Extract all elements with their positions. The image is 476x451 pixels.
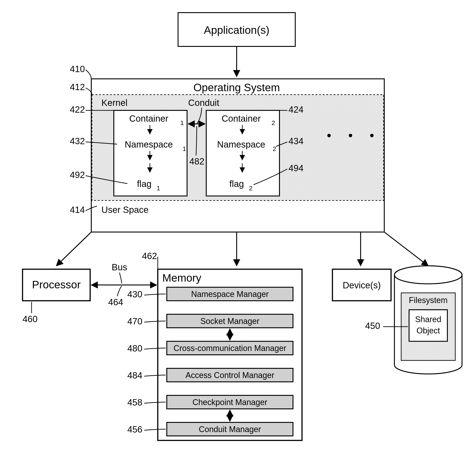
ref-494: 494: [288, 163, 304, 173]
container2-label: Container: [222, 113, 260, 124]
os-title: Operating System: [193, 81, 280, 94]
bus-label: Bus: [112, 262, 127, 272]
ref-460: 460: [23, 314, 38, 324]
ref-470: 470: [127, 316, 142, 326]
ref-410: 410: [70, 64, 85, 74]
namespace2-label: Namespace: [217, 139, 265, 149]
applications-label: Application(s): [204, 24, 270, 36]
ref-482: 482: [189, 156, 204, 166]
flag2-sub: 2: [249, 185, 253, 192]
container2-sub: 2: [272, 119, 275, 126]
ref-424: 424: [288, 105, 304, 114]
arrow-os-processor: [56, 232, 91, 266]
userspace-label: User Space: [102, 205, 149, 215]
processor-label: Processor: [32, 279, 81, 291]
mem-item-1: Socket Manager: [200, 317, 260, 326]
conduit-label: Conduit: [188, 98, 219, 108]
ellipsis-dots: • • •: [327, 128, 381, 142]
memory-title: Memory: [162, 272, 201, 284]
mem-item-5: Conduit Manager: [199, 425, 261, 434]
mem-item-3: Access Control Manager: [185, 370, 274, 380]
ref-462: 462: [142, 251, 157, 261]
ref-432: 432: [70, 136, 85, 146]
ref-458: 458: [127, 397, 142, 407]
container1-sub: 1: [180, 119, 184, 126]
ref-492: 492: [70, 170, 85, 180]
ref-484: 484: [127, 370, 142, 380]
ref-464: 464: [108, 297, 123, 307]
ref-422: 422: [70, 105, 85, 114]
mem-item-4: Checkpoint Manager: [192, 398, 267, 407]
svg-point-10: [394, 266, 462, 284]
ref-450: 450: [365, 321, 380, 331]
ref-434: 434: [288, 136, 304, 146]
namespace2-sub: 2: [273, 145, 276, 152]
ref-480: 480: [127, 343, 142, 353]
container1-label: Container: [129, 113, 168, 124]
namespace1-sub: 1: [183, 145, 186, 152]
kernel-label: Kernel: [102, 98, 127, 108]
mem-item-0: Namespace Manager: [191, 289, 269, 299]
mem-item-2: Cross-communication Manager: [174, 344, 286, 353]
filesystem-cylinder: Filesystem Shared Object: [394, 266, 462, 374]
flag2-label: flag: [229, 179, 244, 189]
shared-label: Shared: [415, 315, 441, 324]
flag1-label: flag: [137, 179, 152, 189]
bus-leader: [120, 273, 122, 283]
ref-430: 430: [127, 289, 142, 299]
ref-412: 412: [70, 82, 85, 92]
namespace1-label: Namespace: [125, 139, 173, 149]
filesystem-title: Filesystem: [409, 295, 448, 305]
devices-label: Device(s): [343, 280, 381, 290]
arrow-os-filesystem: [384, 232, 428, 266]
svg-rect-12: [409, 310, 447, 341]
ref-456: 456: [127, 424, 142, 434]
flag1-sub: 1: [157, 185, 160, 192]
object-label: Object: [417, 326, 440, 335]
ref-414: 414: [70, 205, 85, 215]
